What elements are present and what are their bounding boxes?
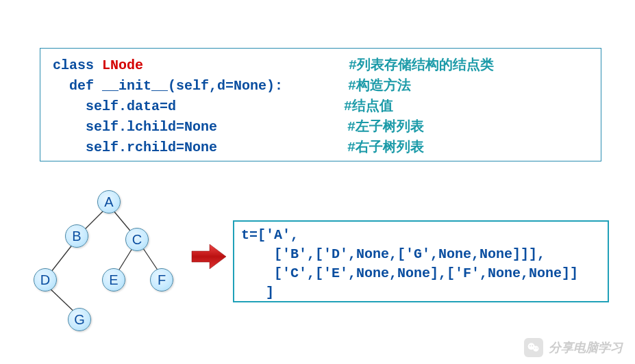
comment-3: #结点值 — [344, 99, 393, 114]
svg-point-9 — [530, 346, 531, 347]
comment-5: #右子树列表 — [347, 140, 424, 155]
tree-node-c: C — [125, 228, 149, 251]
node-label: G — [74, 312, 85, 328]
code-box: class LNode#列表存储结构的结点类 def __init__(self… — [40, 48, 601, 161]
stmt-lchild: self.lchild=None — [53, 119, 217, 135]
tree-node-e: E — [102, 268, 125, 291]
svg-point-10 — [532, 346, 534, 347]
node-label: F — [158, 272, 166, 288]
comment-1: #列表存储结构的结点类 — [349, 57, 494, 73]
code-line-2: def __init__(self,d=None):#构造方法 — [53, 76, 588, 96]
watermark: 分享电脑学习 — [524, 338, 623, 357]
stmt-data: self.data=d — [53, 99, 176, 114]
func-name: __init__ — [102, 78, 168, 94]
list-repr-box: t=['A', ['B',['D',None,['G',None,None]]]… — [233, 220, 609, 302]
class-name: LNode — [102, 57, 143, 73]
keyword-class: class — [53, 57, 102, 73]
tlist-l4: ] — [241, 285, 274, 300]
tlist-l3: ['C',['E',None,None],['F',None,None]] — [241, 265, 578, 281]
tree-node-a: A — [97, 190, 121, 213]
comment-2: #构造方法 — [348, 78, 411, 94]
keyword-def: def — [53, 78, 102, 94]
watermark-text: 分享电脑学习 — [549, 339, 623, 356]
code-line-4: self.lchild=None#左子树列表 — [53, 117, 588, 138]
tlist-l1: t=['A', — [241, 227, 299, 243]
tree-node-f: F — [150, 268, 173, 291]
svg-marker-6 — [192, 244, 226, 269]
code-line-1: class LNode#列表存储结构的结点类 — [53, 55, 588, 76]
wechat-icon — [524, 338, 543, 357]
node-label: E — [109, 272, 118, 288]
svg-point-12 — [536, 348, 537, 348]
code-line-5: self.rchild=None#右子树列表 — [53, 138, 588, 158]
node-label: C — [132, 232, 142, 248]
svg-point-11 — [534, 348, 535, 348]
func-args: (self,d=None): — [168, 78, 283, 94]
tree-diagram: A B C D E F G — [24, 185, 188, 342]
tlist-l2: ['B',['D',None,['G',None,None]]], — [241, 246, 545, 262]
comment-4: #左子树列表 — [347, 119, 424, 135]
tree-node-b: B — [65, 224, 88, 248]
tree-node-d: D — [34, 268, 57, 291]
node-label: B — [72, 229, 81, 244]
svg-point-8 — [533, 346, 538, 352]
tree-node-g: G — [68, 308, 91, 331]
arrow-icon — [190, 243, 228, 270]
node-label: D — [40, 272, 50, 288]
node-label: A — [104, 194, 113, 210]
stmt-rchild: self.rchild=None — [53, 140, 217, 155]
code-line-3: self.data=d#结点值 — [53, 96, 588, 117]
